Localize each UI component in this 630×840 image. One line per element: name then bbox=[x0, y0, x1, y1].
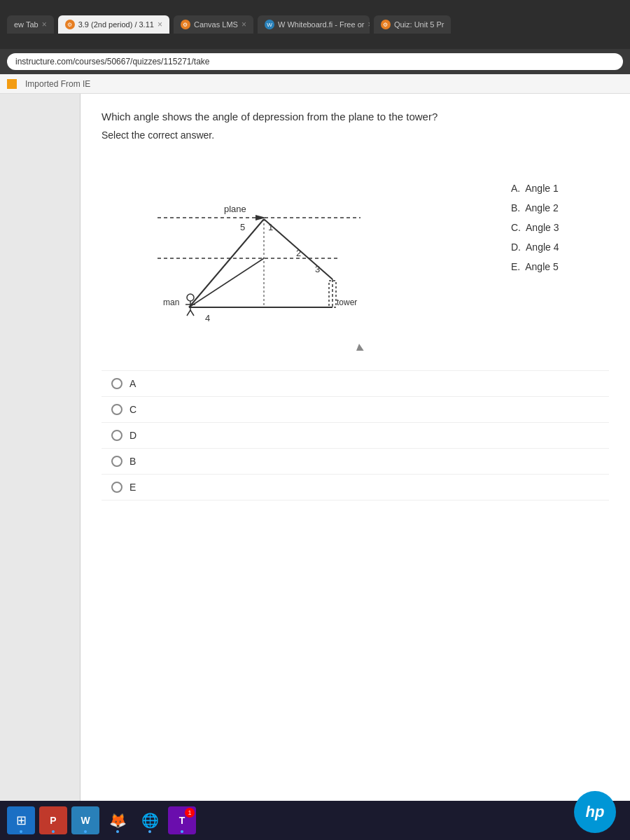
svg-text:tower: tower bbox=[337, 298, 357, 307]
diagram-container: plane bbox=[102, 155, 609, 354]
tab-quiz2[interactable]: ⚙ Quiz: Unit 5 Pr bbox=[374, 15, 451, 34]
hp-text: hp bbox=[586, 803, 605, 821]
teams-icon: T bbox=[179, 815, 186, 826]
option-row-a[interactable]: A bbox=[102, 370, 609, 397]
option-row-b[interactable]: B bbox=[102, 449, 609, 475]
taskbar-teams[interactable]: T 1 bbox=[168, 806, 196, 834]
address-text: instructure.com/courses/50667/quizzes/11… bbox=[15, 57, 210, 66]
tab-favicon: ⚙ bbox=[181, 20, 190, 29]
taskbar-powerpoint[interactable]: P bbox=[39, 806, 67, 834]
diagram-svg: plane bbox=[102, 155, 497, 354]
windows-icon: ⊞ bbox=[16, 813, 27, 828]
taskbar-dot bbox=[84, 830, 87, 833]
option-row-c[interactable]: C bbox=[102, 397, 609, 423]
radio-d[interactable] bbox=[111, 430, 122, 441]
svg-text:3: 3 bbox=[315, 264, 320, 274]
tab-label: Canvas LMS bbox=[194, 20, 238, 29]
tab-favicon: ⚙ bbox=[381, 20, 391, 29]
hp-logo: hp bbox=[574, 791, 616, 833]
answer-label-e: E. Angle 5 bbox=[511, 261, 609, 272]
teams-badge: 1 bbox=[185, 808, 195, 818]
svg-line-4 bbox=[189, 219, 264, 307]
option-label-c: C bbox=[130, 404, 136, 415]
svg-text:2: 2 bbox=[296, 248, 301, 258]
bookmarks-bar: Imported From IE bbox=[0, 74, 630, 94]
taskbar-dot bbox=[148, 830, 151, 833]
answer-labels: A. Angle 1 B. Angle 2 C. Angle 3 D. Angl… bbox=[497, 155, 609, 354]
options-list: A C D B E bbox=[102, 370, 609, 500]
svg-text:man: man bbox=[163, 298, 179, 307]
taskbar-dot bbox=[52, 830, 55, 833]
taskbar-dot bbox=[116, 830, 119, 833]
tab-label: 3.9 (2nd period) / 3.11 bbox=[78, 20, 154, 29]
option-row-e[interactable]: E bbox=[102, 475, 609, 500]
main-content: Which angle shows the angle of depressio… bbox=[0, 94, 630, 801]
option-label-d: D bbox=[130, 430, 136, 441]
quiz-area: Which angle shows the angle of depressio… bbox=[80, 94, 630, 801]
svg-marker-23 bbox=[352, 344, 368, 351]
radio-e[interactable] bbox=[111, 482, 122, 493]
taskbar: ⊞ P W 🦊 🌐 T 1 bbox=[0, 801, 630, 840]
bookmark-label[interactable]: Imported From IE bbox=[25, 79, 90, 89]
option-label-e: E bbox=[130, 482, 136, 493]
tab-close-icon[interactable]: × bbox=[158, 20, 162, 29]
radio-c[interactable] bbox=[111, 404, 122, 415]
option-row-d[interactable]: D bbox=[102, 423, 609, 449]
select-answer-text: Select the correct answer. bbox=[102, 130, 609, 141]
address-bar[interactable]: instructure.com/courses/50667/quizzes/11… bbox=[7, 53, 623, 70]
taskbar-word[interactable]: W bbox=[71, 806, 99, 834]
tab-close-icon[interactable]: × bbox=[368, 20, 370, 29]
taskbar-windows[interactable]: ⊞ bbox=[7, 806, 35, 834]
tab-quiz[interactable]: ⚙ 3.9 (2nd period) / 3.11 × bbox=[58, 15, 169, 34]
browser-tabs: ew Tab × ⚙ 3.9 (2nd period) / 3.11 × ⚙ C… bbox=[0, 0, 630, 49]
powerpoint-icon: P bbox=[50, 815, 56, 826]
tab-canvas[interactable]: ⚙ Canvas LMS × bbox=[174, 15, 253, 34]
svg-text:1: 1 bbox=[268, 222, 273, 232]
firefox-icon: 🦊 bbox=[109, 812, 127, 829]
svg-line-8 bbox=[189, 258, 264, 307]
taskbar-dot bbox=[20, 830, 22, 833]
tab-close-icon[interactable]: × bbox=[42, 20, 47, 29]
taskbar-chrome[interactable]: 🌐 bbox=[136, 806, 164, 834]
sidebar bbox=[0, 94, 80, 801]
tab-close-icon[interactable]: × bbox=[241, 20, 246, 29]
tab-new[interactable]: ew Tab × bbox=[7, 15, 54, 34]
radio-b[interactable] bbox=[111, 456, 122, 467]
svg-line-19 bbox=[187, 310, 190, 316]
answer-label-c: C. Angle 3 bbox=[511, 222, 609, 233]
tab-label: Quiz: Unit 5 Pr bbox=[394, 20, 444, 29]
tab-whiteboard[interactable]: W W Whiteboard.fi - Free or × bbox=[258, 15, 370, 34]
question-text: Which angle shows the angle of depressio… bbox=[102, 111, 609, 122]
svg-text:plane: plane bbox=[224, 204, 246, 214]
svg-point-16 bbox=[187, 294, 194, 301]
svg-text:4: 4 bbox=[205, 313, 210, 323]
taskbar-dot bbox=[181, 830, 183, 833]
tab-label: W Whiteboard.fi - Free or bbox=[278, 20, 364, 29]
chrome-icon: 🌐 bbox=[141, 812, 159, 829]
word-icon: W bbox=[80, 815, 90, 826]
svg-line-20 bbox=[190, 310, 194, 316]
svg-text:5: 5 bbox=[240, 222, 245, 232]
answer-label-d: D. Angle 4 bbox=[511, 241, 609, 253]
tab-favicon: W bbox=[265, 20, 274, 29]
answer-label-b: B. Angle 2 bbox=[511, 202, 609, 214]
bookmark-icon bbox=[7, 79, 17, 89]
tab-favicon: ⚙ bbox=[65, 20, 75, 29]
taskbar-firefox[interactable]: 🦊 bbox=[104, 806, 132, 834]
option-label-a: A bbox=[130, 378, 136, 389]
option-label-b: B bbox=[130, 456, 136, 467]
address-bar-row: instructure.com/courses/50667/quizzes/11… bbox=[0, 49, 630, 74]
answer-label-a: A. Angle 1 bbox=[511, 183, 609, 194]
radio-a[interactable] bbox=[111, 378, 122, 389]
tab-label: ew Tab bbox=[14, 20, 38, 29]
